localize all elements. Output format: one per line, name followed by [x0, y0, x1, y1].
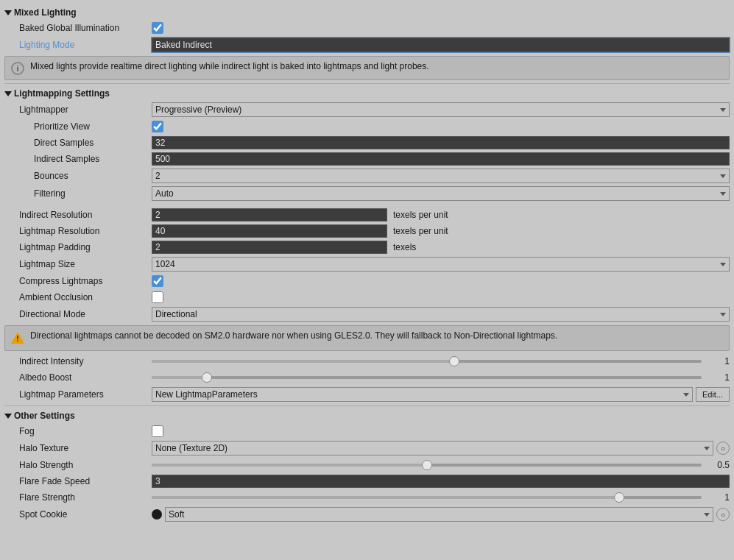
- divider-2: [4, 405, 730, 406]
- flare-strength-slider-container: 1: [152, 492, 730, 503]
- ambient-occlusion-label: Ambient Occlusion: [4, 292, 152, 302]
- info-icon: i: [11, 62, 24, 75]
- indirect-samples-row: Indirect Samples: [4, 152, 730, 166]
- prioritize-view-label: Prioritize View: [4, 121, 152, 132]
- bounces-select[interactable]: 2 0 1 3 4: [152, 169, 730, 183]
- albedo-boost-label: Albedo Boost: [4, 372, 152, 383]
- indirect-samples-input[interactable]: [152, 152, 730, 166]
- edit-button[interactable]: Edit...: [696, 387, 730, 402]
- bounces-label: Bounces: [4, 171, 152, 181]
- albedo-boost-fill: [152, 376, 207, 379]
- halo-strength-label: Halo Strength: [4, 460, 152, 470]
- albedo-boost-value: 1: [707, 372, 730, 383]
- indirect-intensity-track[interactable]: [152, 360, 702, 363]
- fog-row: Fog: [4, 424, 730, 439]
- direct-samples-input[interactable]: [152, 136, 730, 149]
- lightmap-params-label: Lightmap Parameters: [4, 389, 152, 400]
- lightmap-padding-label: Lightmap Padding: [4, 242, 152, 252]
- halo-texture-select[interactable]: None (Texture 2D): [152, 441, 713, 456]
- lightmapper-control: Progressive (Preview) Enlighten: [152, 102, 730, 117]
- halo-texture-pick-btn[interactable]: ○: [716, 442, 730, 455]
- warn-icon-container: !: [11, 332, 24, 346]
- svg-text:!: !: [16, 335, 18, 343]
- flare-strength-thumb[interactable]: [614, 492, 624, 503]
- lightmap-params-select[interactable]: New LightmapParameters: [152, 387, 693, 402]
- spot-cookie-control: Soft ○: [152, 507, 730, 522]
- indirect-intensity-thumb[interactable]: [449, 356, 459, 366]
- ambient-occlusion-checkbox[interactable]: [152, 291, 163, 303]
- halo-strength-slider-container: 0.5: [152, 460, 730, 470]
- main-panel: Mixed Lighting Baked Global Illumination…: [0, 0, 734, 527]
- lightmap-size-select[interactable]: 1024 512 2048 4096: [152, 257, 730, 272]
- prioritize-view-row: Prioritize View: [4, 119, 730, 134]
- spot-cookie-label: Spot Cookie: [4, 509, 152, 520]
- flare-strength-track[interactable]: [152, 496, 702, 499]
- flare-fade-speed-control: [152, 475, 730, 488]
- other-settings-collapse-icon[interactable]: [4, 414, 12, 419]
- lighting-mode-select[interactable]: Baked Indirect Shadowmask Subtractive: [152, 38, 730, 52]
- ambient-occlusion-row: Ambient Occlusion: [4, 290, 730, 305]
- halo-strength-value: 0.5: [707, 460, 730, 470]
- prioritize-view-checkbox[interactable]: [152, 121, 163, 132]
- compress-lightmaps-row: Compress Lightmaps: [4, 274, 730, 288]
- directional-mode-select[interactable]: Directional Non-Directional: [152, 307, 730, 322]
- indirect-resolution-input[interactable]: [152, 208, 387, 221]
- lightmapping-collapse-icon[interactable]: [4, 91, 12, 96]
- halo-strength-row: Halo Strength 0.5: [4, 458, 730, 472]
- flare-strength-label: Flare Strength: [4, 492, 152, 503]
- albedo-boost-control: 1: [152, 372, 730, 383]
- compress-lightmaps-label: Compress Lightmaps: [4, 276, 152, 286]
- spot-cookie-pick-btn[interactable]: ○: [716, 508, 730, 521]
- lightmapping-title: Lightmapping Settings: [14, 88, 110, 99]
- filtering-select[interactable]: Auto Manual None: [152, 186, 730, 201]
- lightmap-params-control: New LightmapParameters Edit...: [152, 387, 730, 402]
- indirect-intensity-row: Indirect Intensity 1: [4, 354, 730, 369]
- direct-samples-row: Direct Samples: [4, 135, 730, 150]
- bounces-row: Bounces 2 0 1 3 4: [4, 168, 730, 184]
- indirect-intensity-label: Indirect Intensity: [4, 356, 152, 366]
- lightmapper-label: Lightmapper: [4, 104, 152, 115]
- lightmap-resolution-unit: texels per unit: [393, 226, 448, 236]
- albedo-boost-track[interactable]: [152, 376, 702, 379]
- spot-cookie-select[interactable]: Soft: [165, 507, 713, 522]
- other-settings-header: Other Settings: [4, 411, 730, 421]
- filtering-label: Filtering: [4, 188, 152, 199]
- prioritize-view-control: [152, 121, 730, 132]
- directional-warn-box: ! Directional lightmaps cannot be decode…: [4, 325, 730, 351]
- lightmap-params-row: Lightmap Parameters New LightmapParamete…: [4, 386, 730, 403]
- fog-control: [152, 425, 730, 437]
- spot-cookie-row: Spot Cookie Soft ○: [4, 506, 730, 522]
- baked-gi-checkbox[interactable]: [152, 22, 163, 34]
- mixed-lighting-info-box: i Mixed lights provide realtime direct l…: [4, 56, 730, 80]
- lightmap-resolution-input[interactable]: [152, 224, 387, 238]
- direct-samples-control: [152, 136, 730, 149]
- lightmap-padding-input[interactable]: [152, 241, 387, 254]
- halo-texture-control: None (Texture 2D) ○: [152, 441, 730, 456]
- lightmap-size-control: 1024 512 2048 4096: [152, 257, 730, 272]
- baked-gi-control: [152, 22, 730, 34]
- mixed-lighting-collapse-icon[interactable]: [4, 10, 12, 15]
- halo-strength-thumb[interactable]: [422, 460, 432, 470]
- albedo-boost-thumb[interactable]: [202, 372, 212, 383]
- indirect-intensity-value: 1: [707, 356, 730, 366]
- lightmapper-select[interactable]: Progressive (Preview) Enlighten: [152, 102, 730, 117]
- ambient-occlusion-control: [152, 291, 730, 303]
- lighting-mode-row: Lighting Mode Baked Indirect Shadowmask …: [4, 37, 730, 53]
- lightmap-resolution-label: Lightmap Resolution: [4, 226, 152, 236]
- halo-strength-fill: [152, 464, 427, 467]
- halo-texture-row: Halo Texture None (Texture 2D) ○: [4, 440, 730, 456]
- indirect-resolution-control: texels per unit: [152, 208, 730, 221]
- filtering-row: Filtering Auto Manual None: [4, 185, 730, 202]
- indirect-resolution-row: Indirect Resolution texels per unit: [4, 208, 730, 222]
- lightmapper-row: Lightmapper Progressive (Preview) Enligh…: [4, 102, 730, 118]
- divider-1: [4, 83, 730, 84]
- compress-lightmaps-checkbox[interactable]: [152, 275, 163, 287]
- halo-strength-track[interactable]: [152, 464, 702, 467]
- bounces-control: 2 0 1 3 4: [152, 169, 730, 183]
- fog-checkbox[interactable]: [152, 425, 163, 437]
- indirect-intensity-slider-container: 1: [152, 356, 730, 366]
- lightmap-size-label: Lightmap Size: [4, 259, 152, 269]
- lightmap-resolution-row: Lightmap Resolution texels per unit: [4, 224, 730, 238]
- flare-fade-speed-input[interactable]: [152, 475, 730, 488]
- indirect-intensity-fill: [152, 360, 454, 363]
